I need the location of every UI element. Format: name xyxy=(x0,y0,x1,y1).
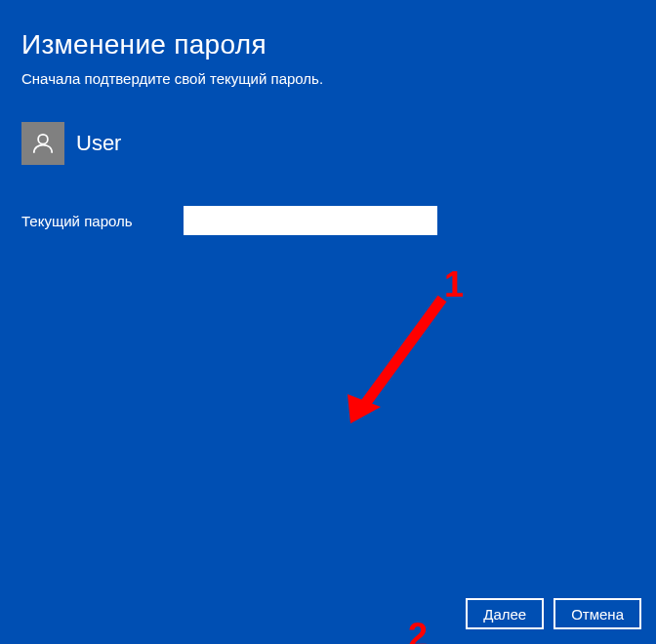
page-title: Изменение пароля xyxy=(21,29,635,60)
annotation-two-label: 2 xyxy=(408,616,428,644)
annotation-one-label: 1 xyxy=(444,264,464,305)
avatar xyxy=(21,122,64,165)
annotation-one-arrow-icon xyxy=(342,289,454,427)
user-info: User xyxy=(21,122,635,165)
username: User xyxy=(76,131,121,156)
next-button[interactable]: Далее xyxy=(466,598,544,629)
svg-line-1 xyxy=(365,299,442,404)
current-password-label: Текущий пароль xyxy=(21,213,148,229)
page-subtitle: Сначала подтвердите свой текущий пароль. xyxy=(21,70,635,87)
current-password-input[interactable] xyxy=(184,206,437,235)
user-icon xyxy=(30,131,56,156)
svg-marker-2 xyxy=(348,394,381,423)
current-password-row: Текущий пароль xyxy=(21,206,635,235)
button-row: Далее Отмена xyxy=(466,598,641,629)
svg-point-0 xyxy=(38,135,48,144)
cancel-button[interactable]: Отмена xyxy=(554,598,641,629)
